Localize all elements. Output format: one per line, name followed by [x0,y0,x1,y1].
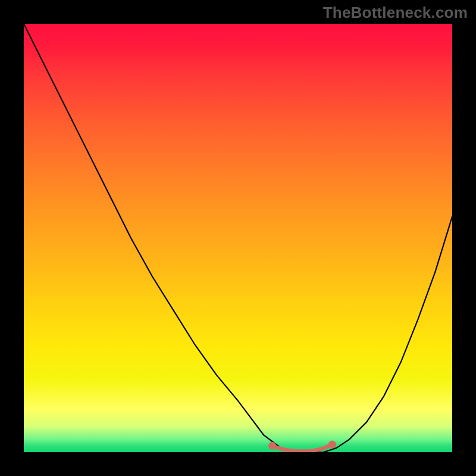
plot-area [24,24,452,452]
watermark-text: TheBottleneck.com [323,4,468,22]
optimal-range-endpoint [268,442,276,450]
chart-frame: TheBottleneck.com [0,0,476,476]
optimal-range-line [273,444,333,452]
bottleneck-curve [24,24,452,452]
optimal-range-endpoint [328,441,336,449]
curve-layer [24,24,452,452]
